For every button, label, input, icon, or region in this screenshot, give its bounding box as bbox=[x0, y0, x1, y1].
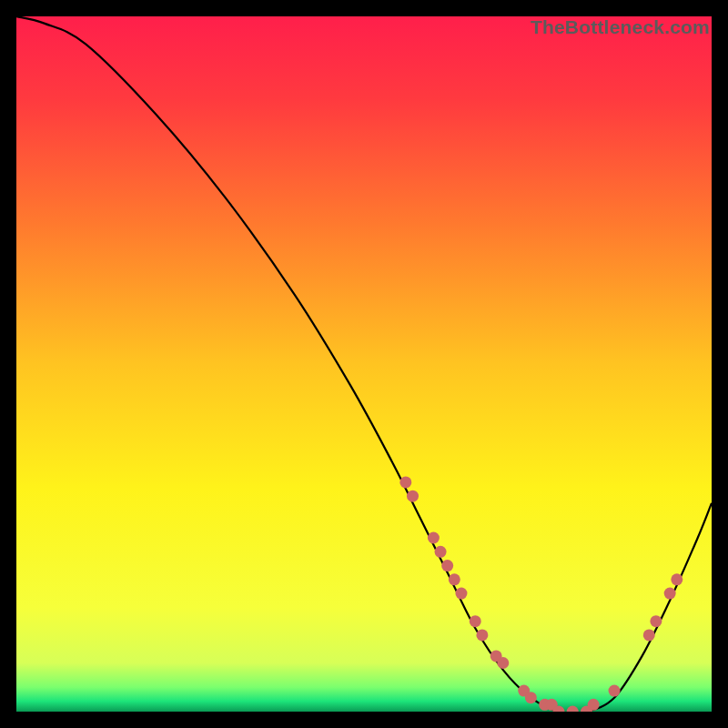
data-marker bbox=[441, 560, 453, 571]
data-marker bbox=[588, 699, 600, 711]
data-marker bbox=[609, 685, 621, 697]
data-marker bbox=[399, 476, 411, 488]
chart-container: TheBottleneck.com bbox=[0, 0, 728, 728]
data-marker bbox=[428, 532, 440, 544]
data-marker bbox=[664, 588, 676, 600]
plot-area: TheBottleneck.com bbox=[16, 16, 712, 712]
curve-layer bbox=[16, 16, 712, 712]
data-marker bbox=[650, 615, 662, 627]
data-marker bbox=[671, 573, 682, 585]
data-marker bbox=[643, 629, 655, 641]
data-marker bbox=[449, 573, 460, 585]
data-marker bbox=[476, 629, 488, 641]
data-marker bbox=[567, 706, 579, 713]
data-marker bbox=[497, 657, 509, 669]
watermark-text: TheBottleneck.com bbox=[531, 16, 710, 38]
data-marker bbox=[455, 588, 467, 600]
data-marker bbox=[525, 692, 537, 703]
data-marker bbox=[435, 546, 447, 558]
data-marker bbox=[407, 490, 419, 502]
data-marker bbox=[470, 615, 481, 627]
bottleneck-curve bbox=[16, 16, 712, 712]
data-markers bbox=[399, 476, 682, 712]
